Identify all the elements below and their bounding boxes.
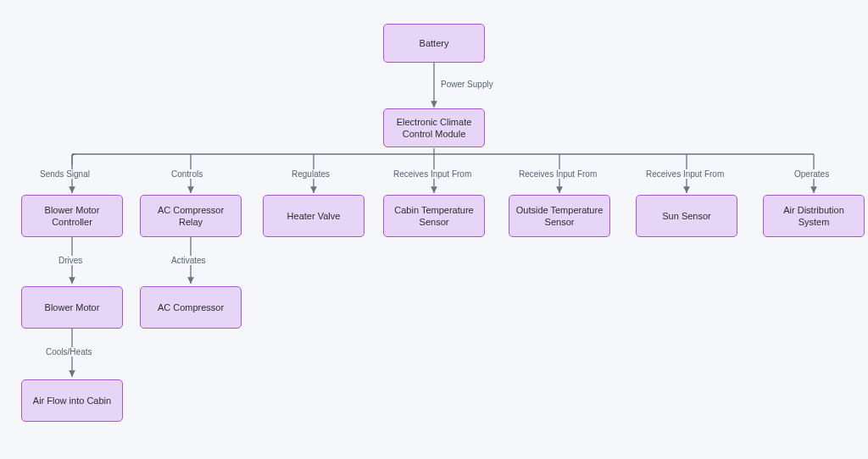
node-label: Air Flow into Cabin [33,395,111,406]
node-cabin-temp-sensor: Cabin Temperature Sensor [383,195,485,237]
node-label: AC Compressor [158,301,224,313]
edge-label-cools: Cools/Heats [44,347,93,357]
node-label: Blower Motor [45,301,100,313]
edge-label-operates: Operates [793,169,831,179]
node-label: Blower Motor Controller [27,204,117,229]
node-eccm: Electronic Climate Control Module [383,108,485,147]
edge-label-regulates: Regulates [290,169,331,179]
edge-label-power: Power Supply [439,80,495,89]
node-blower-motor: Blower Motor [21,286,123,329]
node-heater-valve: Heater Valve [263,195,364,237]
node-label: Cabin Temperature Sensor [389,204,479,229]
edge-label-rif1: Receives Input From [392,169,473,179]
node-label: Sun Sensor [662,210,710,222]
edge-label-sends: Sends Signal [38,169,92,179]
node-sun-sensor: Sun Sensor [636,195,737,237]
edge-label-rif2: Receives Input From [517,169,598,179]
edge-label-activates: Activates [170,256,208,265]
node-blower-motor-controller: Blower Motor Controller [21,195,123,237]
node-label: Air Distribution System [769,204,859,229]
node-label: AC Compressor Relay [146,204,236,229]
node-label: Electronic Climate Control Module [389,116,479,141]
edge-label-rif3: Receives Input From [644,169,726,179]
node-label: Heater Valve [287,210,341,222]
node-battery: Battery [383,24,485,63]
node-ac-compressor: AC Compressor [140,286,242,329]
node-air-distribution: Air Distribution System [763,195,865,237]
edge-label-drives: Drives [57,256,84,265]
node-outside-temp-sensor: Outside Temperature Sensor [509,195,610,237]
node-label: Outside Temperature Sensor [515,204,604,229]
edge-label-controls: Controls [170,169,204,179]
node-ac-compressor-relay: AC Compressor Relay [140,195,242,237]
node-label: Battery [420,37,449,49]
node-air-flow: Air Flow into Cabin [21,379,123,422]
